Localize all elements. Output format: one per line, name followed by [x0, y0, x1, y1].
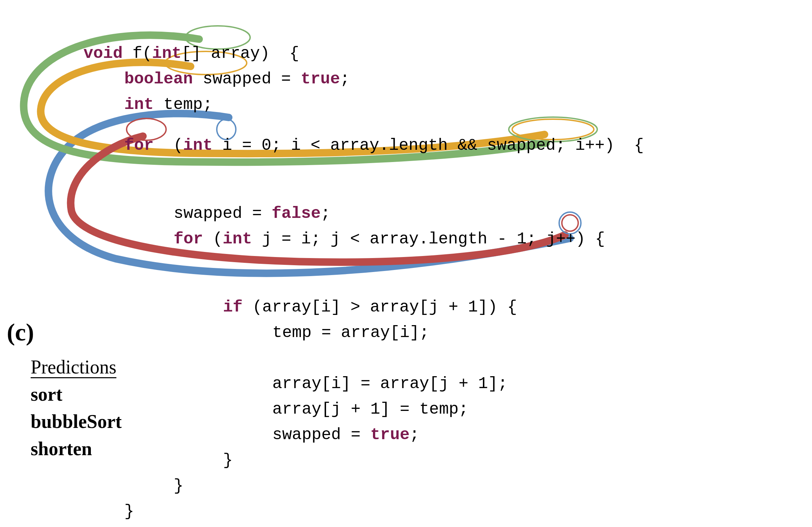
- kw-for: for: [174, 230, 203, 248]
- predictions-title: Predictions: [31, 357, 116, 378]
- text: temp;: [154, 95, 213, 114]
- code-line-4: for (int i = 0; i < array.length && swap…: [85, 121, 644, 170]
- code-line-15: }: [44, 511, 93, 527]
- code-line-12: }: [184, 436, 233, 485]
- token-one: 1: [517, 230, 526, 248]
- text: temp = array[i];: [272, 324, 429, 342]
- text: j = i; j < array.length -: [252, 230, 517, 248]
- text: =: [271, 70, 301, 88]
- kw-int: int: [124, 95, 154, 114]
- prediction-3: shorten: [31, 439, 92, 458]
- token-zero: 0: [262, 136, 272, 155]
- subfigure-label: (c): [7, 320, 34, 344]
- text: ;: [409, 426, 419, 444]
- kw-true: true: [370, 426, 409, 444]
- text: }: [124, 502, 134, 521]
- code-line-8: temp = array[i];: [233, 308, 429, 357]
- text: ; j++) {: [526, 230, 605, 248]
- text: }: [174, 476, 184, 495]
- kw-for: for: [124, 136, 154, 155]
- text: swapped =: [272, 426, 370, 444]
- token-swapped-decl: swapped: [203, 70, 272, 88]
- code-line-6: for (int j = i; j < array.length - 1; j+…: [134, 214, 605, 264]
- code-line-13: }: [134, 461, 184, 510]
- kw-int: int: [222, 230, 252, 248]
- prediction-2: bubbleSort: [31, 412, 122, 431]
- text: (: [203, 230, 223, 248]
- kw-true: true: [301, 70, 340, 88]
- text: ; i < array.length &&: [271, 136, 487, 155]
- figure-stage: void f(int[] array) { boolean swapped = …: [0, 0, 812, 527]
- token-swapped-cond: swapped: [487, 136, 556, 155]
- kw-int: int: [183, 136, 212, 155]
- text: i =: [212, 136, 261, 155]
- prediction-1: sort: [31, 385, 62, 404]
- text: ;: [340, 70, 350, 88]
- text: ; i++) {: [556, 136, 644, 155]
- text: }: [223, 451, 233, 469]
- code-line-11: swapped = true;: [233, 410, 419, 459]
- text: (: [154, 136, 183, 155]
